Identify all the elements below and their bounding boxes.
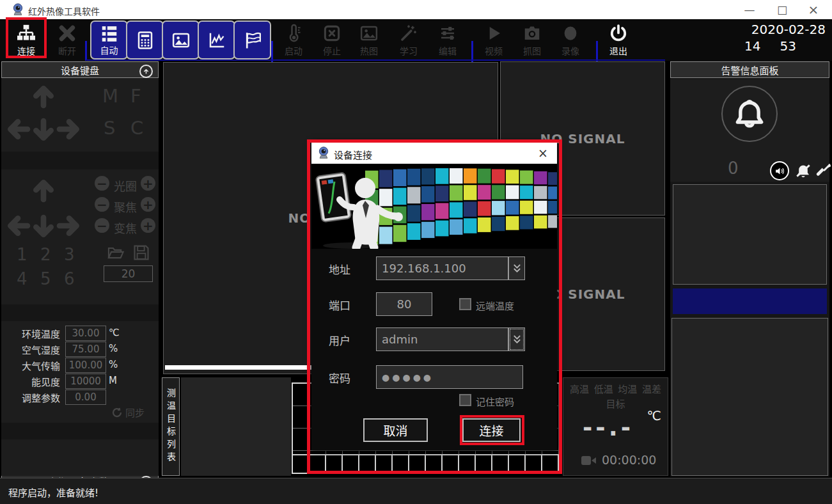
keypad-f-button[interactable]: F xyxy=(130,85,141,107)
focus-minus-button[interactable]: − xyxy=(95,197,109,212)
zoom-minus-button[interactable]: − xyxy=(95,218,109,233)
keypad-down-button[interactable] xyxy=(31,115,56,143)
flag-icon xyxy=(243,31,262,50)
humidity-input[interactable]: 75.00 xyxy=(65,342,106,357)
remember-password-checkbox[interactable] xyxy=(459,394,471,406)
play-icon xyxy=(484,24,503,43)
alarm-count: 0 xyxy=(728,159,739,178)
keypad-s-button[interactable]: S xyxy=(104,117,115,139)
device-keyboard-header[interactable]: 设备键盘 xyxy=(1,61,159,78)
iris-minus-button[interactable]: − xyxy=(95,176,109,191)
app-icon xyxy=(12,3,24,16)
sound-on-button[interactable] xyxy=(770,161,789,180)
param-row: 大气传输 100.00 % xyxy=(1,358,159,373)
ptz-up-button[interactable] xyxy=(31,177,56,205)
flag-toolbar-button[interactable] xyxy=(233,20,271,59)
video-camera-icon xyxy=(581,455,597,466)
stop-toolbar-button[interactable]: 停止 xyxy=(313,21,350,59)
temperature-columns: 高温 低温 均温 温差 xyxy=(563,378,668,395)
remember-password-label: 记住密码 xyxy=(476,395,514,408)
param-row: 能见度 10000 M xyxy=(1,374,159,389)
preset-value-input[interactable]: 20 xyxy=(104,265,153,282)
banner-illustration xyxy=(311,164,557,249)
preset-6-button[interactable]: 6 xyxy=(64,269,75,288)
dialog-app-icon xyxy=(317,146,330,159)
maximize-button[interactable]: □ xyxy=(767,1,797,18)
transmission-input[interactable]: 100.00 xyxy=(65,358,106,373)
preset-1-button[interactable]: 1 xyxy=(17,245,27,264)
disconnect-toolbar-button[interactable]: 断开 xyxy=(49,21,86,59)
remote-temp-checkbox[interactable] xyxy=(459,298,471,310)
ptz-left-button[interactable] xyxy=(5,213,33,239)
user-dropdown-button[interactable] xyxy=(508,327,525,351)
toolbar-underline xyxy=(86,59,665,61)
alarm-bell-circle xyxy=(721,86,778,142)
chart-x-axis-ticks xyxy=(293,454,560,473)
status-bar: 程序启动，准备就绪! xyxy=(0,478,832,504)
preset-4-button[interactable]: 4 xyxy=(17,269,27,288)
port-label: 端口 xyxy=(329,297,350,313)
calculator-toolbar-button[interactable] xyxy=(126,20,164,59)
alarm-settings-button[interactable] xyxy=(816,162,831,180)
param-row: 空气湿度 75.00 % xyxy=(1,342,159,357)
focus-plus-button[interactable]: + xyxy=(141,197,155,212)
ambient-temp-input[interactable]: 30.00 xyxy=(65,326,106,341)
keypad-up-button[interactable] xyxy=(31,83,56,111)
close-button[interactable]: × xyxy=(799,1,828,18)
keypad-left-button[interactable] xyxy=(5,116,33,142)
preset-2-button[interactable]: 2 xyxy=(40,245,51,264)
sync-button[interactable]: 同步 xyxy=(111,406,145,419)
dialog-close-button[interactable]: × xyxy=(534,145,552,161)
heatmap-image-icon xyxy=(359,24,379,43)
address-label: 地址 xyxy=(329,261,350,277)
power-icon xyxy=(609,24,628,43)
minimize-button[interactable]: — xyxy=(735,1,764,18)
mute-alarm-button[interactable] xyxy=(795,162,812,182)
remote-temp-label: 远端温度 xyxy=(476,299,514,312)
window-titlebar: 红外热像工具软件 — □ × xyxy=(0,0,832,19)
param-row: 环境温度 30.00 ℃ xyxy=(1,326,159,341)
visibility-input[interactable]: 10000 xyxy=(65,374,106,389)
keypad-right-button[interactable] xyxy=(54,116,82,142)
dialog-connect-button[interactable]: 连接 xyxy=(462,418,521,442)
learn-toolbar-button[interactable]: 学习 xyxy=(390,21,427,59)
heatmap-toolbar-button[interactable]: 热图 xyxy=(350,21,388,59)
edit-toolbar-button[interactable]: 编辑 xyxy=(429,21,466,59)
address-input[interactable]: 192.168.1.100 xyxy=(376,256,508,280)
ptz-down-button[interactable] xyxy=(31,212,56,240)
user-input[interactable]: admin xyxy=(376,327,508,351)
dialog-titlebar: 设备连接 × xyxy=(311,143,557,164)
magic-wand-icon xyxy=(399,24,418,43)
keypad-m-button[interactable]: M xyxy=(102,85,118,107)
open-folder-icon[interactable] xyxy=(106,244,125,264)
save-icon[interactable] xyxy=(132,244,150,264)
address-dropdown-button[interactable] xyxy=(508,256,525,280)
record-timer: 00:00:00 xyxy=(602,453,656,467)
exit-toolbar-button[interactable]: 退出 xyxy=(600,21,637,59)
password-input[interactable]: ●●●●● xyxy=(376,365,523,389)
record-toolbar-button[interactable]: 录像 xyxy=(552,21,589,59)
connect-toolbar-button[interactable]: 连接 xyxy=(8,21,45,59)
port-input[interactable]: 80 xyxy=(376,292,432,316)
connect-icon xyxy=(17,24,36,43)
start-toolbar-button[interactable]: 启动 xyxy=(275,21,312,59)
preset-3-button[interactable]: 3 xyxy=(64,245,75,264)
iris-plus-button[interactable]: + xyxy=(141,176,155,191)
keypad-c-button[interactable]: C xyxy=(130,117,143,139)
global-params-panel: 环境温度 30.00 ℃ 空气湿度 75.00 % 大气传输 100.00 % … xyxy=(1,321,159,423)
adjust-param-input[interactable]: 0.00 xyxy=(65,390,106,405)
alarm-detail-area xyxy=(671,318,828,476)
preset-5-button[interactable]: 5 xyxy=(40,269,51,288)
collapse-up-icon[interactable] xyxy=(139,65,153,78)
ptz-right-button[interactable] xyxy=(54,213,82,239)
cancel-button[interactable]: 取消 xyxy=(363,418,428,442)
image-toolbar-button[interactable] xyxy=(162,20,200,59)
video-toolbar-button[interactable]: 视频 xyxy=(475,21,512,59)
chart-toolbar-button[interactable] xyxy=(198,20,235,59)
snapshot-toolbar-button[interactable]: 抓图 xyxy=(514,21,551,59)
auto-toolbar-button[interactable]: 自动 xyxy=(90,20,128,59)
alarm-selected-row[interactable] xyxy=(673,288,827,314)
status-message: 程序启动，准备就绪! xyxy=(8,485,98,499)
zoom-plus-button[interactable]: + xyxy=(141,218,155,233)
target-list-tab[interactable]: 测温目标列表 xyxy=(162,377,180,476)
